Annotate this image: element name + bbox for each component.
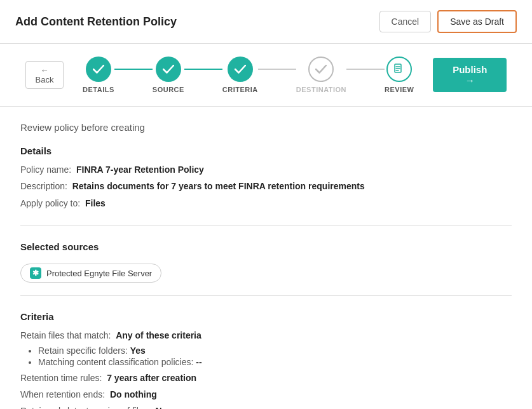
details-section-title: Details bbox=[20, 145, 512, 156]
criteria-section: Criteria Retain files that match: Any of… bbox=[20, 311, 512, 409]
description-value: Retains documents for 7 years to meet FI… bbox=[72, 181, 365, 191]
step-details-circle bbox=[86, 57, 111, 82]
apply-value: Files bbox=[85, 198, 106, 208]
steps-container: DETAILS SOURCE CRI bbox=[83, 57, 414, 93]
review-heading: Review policy before creating bbox=[20, 122, 512, 133]
egnyte-icon: ✱ bbox=[30, 267, 41, 279]
latest-version-row: Retain only latest version of files: No bbox=[20, 404, 512, 409]
criteria-bullet-1: Retain specific folders: Yes bbox=[38, 345, 512, 356]
policy-name-row: Policy name: FINRA 7-year Retention Poli… bbox=[20, 163, 512, 177]
step-review-label: REVIEW bbox=[385, 86, 414, 93]
header-actions: Cancel Save as Draft bbox=[379, 10, 517, 33]
connector-1 bbox=[114, 69, 153, 70]
criteria-bullet-2: Matching content classification policies… bbox=[38, 357, 512, 367]
step-criteria: CRITERIA bbox=[222, 57, 258, 93]
page-title: Add Content Retention Policy bbox=[15, 15, 177, 29]
publish-button[interactable]: Publish → bbox=[433, 58, 507, 92]
back-button[interactable]: ← Back bbox=[25, 61, 64, 89]
latest-version-value: No bbox=[155, 406, 167, 409]
step-source-circle bbox=[156, 57, 181, 82]
description-row: Description: Retains documents for 7 yea… bbox=[20, 179, 512, 193]
step-source: SOURCE bbox=[153, 57, 184, 93]
retention-value: 7 years after creation bbox=[107, 373, 196, 383]
description-label: Description: bbox=[20, 181, 67, 191]
step-destination-circle bbox=[308, 57, 334, 82]
step-details: DETAILS bbox=[83, 57, 114, 93]
retention-row: Retention time rules: 7 years after crea… bbox=[20, 371, 512, 385]
save-draft-button[interactable]: Save as Draft bbox=[437, 10, 517, 33]
bullet-2-label: Matching content classification policies… bbox=[38, 357, 196, 367]
details-section: Details Policy name: FINRA 7-year Retent… bbox=[20, 145, 512, 226]
step-criteria-label: CRITERIA bbox=[222, 86, 258, 93]
connector-4 bbox=[346, 69, 385, 70]
step-details-label: DETAILS bbox=[83, 86, 114, 93]
match-row: Retain files that match: Any of these cr… bbox=[20, 328, 512, 342]
sources-section: Selected sources ✱ Protected Egnyte File… bbox=[20, 241, 512, 296]
match-label: Retain files that match: bbox=[20, 330, 111, 340]
apply-row: Apply policy to: Files bbox=[20, 196, 512, 210]
criteria-bullets: Retain specific folders: Yes Matching co… bbox=[38, 345, 512, 367]
policy-name-label: Policy name: bbox=[20, 164, 71, 175]
stepper-left: ← Back DETAILS SOURCE bbox=[25, 57, 414, 93]
source-badge: ✱ Protected Egnyte File Server bbox=[20, 264, 161, 283]
retention-label: Retention time rules: bbox=[20, 373, 102, 383]
latest-version-label: Retain only latest version of files: bbox=[20, 406, 151, 409]
when-ends-value: Do nothing bbox=[110, 389, 157, 399]
sources-section-title: Selected sources bbox=[20, 241, 512, 252]
policy-name-value: FINRA 7-year Retention Policy bbox=[76, 164, 204, 175]
step-source-label: SOURCE bbox=[153, 86, 184, 93]
bullet-1-value: Yes bbox=[130, 345, 146, 356]
page-header: Add Content Retention Policy Cancel Save… bbox=[0, 0, 532, 44]
step-destination-label: DESTINATION bbox=[296, 86, 346, 93]
main-content: Review policy before creating Details Po… bbox=[0, 107, 532, 409]
match-value: Any of these criteria bbox=[116, 330, 201, 340]
bullet-1-label: Retain specific folders: bbox=[38, 345, 130, 356]
source-badge-label: Protected Egnyte File Server bbox=[46, 269, 152, 278]
bullet-2-value: -- bbox=[196, 357, 201, 367]
step-review-circle bbox=[386, 57, 412, 82]
when-ends-row: When retention ends: Do nothing bbox=[20, 387, 512, 401]
criteria-section-title: Criteria bbox=[20, 311, 512, 322]
connector-2 bbox=[184, 69, 222, 70]
when-ends-label: When retention ends: bbox=[20, 389, 105, 399]
connector-3 bbox=[258, 69, 296, 70]
step-review: REVIEW bbox=[385, 57, 414, 93]
apply-label: Apply policy to: bbox=[20, 198, 80, 208]
stepper-bar: ← Back DETAILS SOURCE bbox=[0, 44, 532, 107]
cancel-button[interactable]: Cancel bbox=[379, 11, 432, 32]
step-destination: DESTINATION bbox=[296, 57, 346, 93]
step-criteria-circle bbox=[228, 57, 253, 82]
